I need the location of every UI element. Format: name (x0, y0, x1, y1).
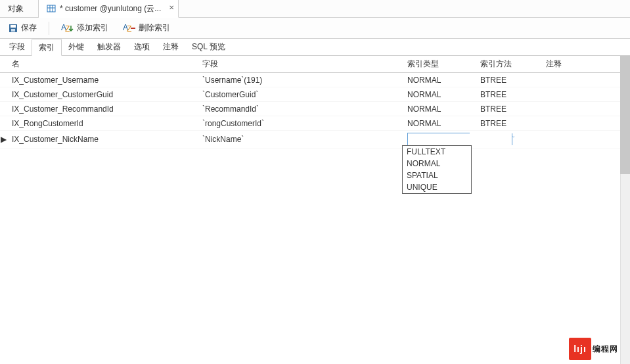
table-row[interactable]: IX_Customer_Username`Username`(191)NORMA… (0, 73, 620, 87)
scrollbar[interactable] (620, 56, 630, 364)
index-grid[interactable]: 名 字段 索引类型 索引方法 注释 IX_Customer_Username`U… (0, 56, 620, 148)
watermark-logo: lıjı (569, 338, 591, 360)
col-method[interactable]: 索引方法 (475, 56, 541, 73)
table-row[interactable]: IX_Customer_RecommandId`RecommandId`NORM… (0, 102, 620, 116)
table-icon (47, 4, 56, 13)
subtabs: 字段 索引 外键 触发器 选项 注释 SQL 预览 (0, 39, 630, 56)
tab-indexes[interactable]: 索引 (32, 39, 62, 56)
grid-area: 名 字段 索引类型 索引方法 注释 IX_Customer_Username`U… (0, 56, 630, 364)
chevron-down-icon[interactable]: ˇ (512, 133, 514, 145)
watermark-text: 编程网 (593, 344, 618, 355)
close-icon[interactable]: ✕ (169, 4, 174, 11)
save-icon (8, 23, 18, 34)
table-row[interactable]: IX_Customer_CustomerGuid`CustomerGuid`NO… (0, 87, 620, 102)
tab-fields[interactable]: 字段 (3, 39, 32, 55)
cell-fields[interactable]: `CustomerGuid` (197, 87, 402, 102)
add-index-label: 添加索引 (77, 22, 108, 34)
scroll-thumb[interactable] (620, 56, 630, 174)
add-index-icon: AZ (61, 24, 74, 33)
cell-name[interactable]: IX_Customer_CustomerGuid (7, 87, 197, 102)
cell-comment[interactable] (541, 73, 620, 87)
tab-fk[interactable]: 外键 (62, 39, 91, 55)
index-type-input[interactable] (408, 133, 512, 145)
cell-method[interactable]: BTREE (475, 87, 541, 102)
editor-tabs: 对象 * customer @yunlutong (云... ✕ (0, 0, 630, 18)
svg-text:Z: Z (65, 24, 70, 33)
table-row[interactable]: IX_RongCustomerId`rongCustomerId`NORMALB… (0, 116, 620, 131)
cell-fields[interactable]: `RecommandId` (197, 102, 402, 116)
col-name[interactable]: 名 (7, 56, 197, 73)
cell-comment[interactable] (541, 102, 620, 116)
tab-comments[interactable]: 注释 (156, 39, 185, 55)
col-fields[interactable]: 字段 (197, 56, 402, 73)
cell-method[interactable]: BTREE (475, 73, 541, 87)
delete-index-icon: AZ (123, 24, 136, 33)
tab-label: 对象 (8, 3, 24, 14)
dropdown-option[interactable]: NORMAL (403, 158, 471, 170)
dropdown-option[interactable]: SPATIAL (403, 170, 471, 181)
cell-type[interactable]: NORMAL (402, 73, 475, 87)
delete-index-button[interactable]: AZ 删除索引 (120, 21, 173, 35)
tab-options[interactable]: 选项 (127, 39, 156, 55)
index-type-combo[interactable]: ˇ (407, 133, 470, 146)
tab-label: * customer @yunlutong (云... (60, 3, 161, 14)
tab-sql[interactable]: SQL 预览 (185, 39, 232, 55)
col-comment[interactable]: 注释 (541, 56, 620, 73)
dropdown-option[interactable]: UNIQUE (403, 181, 471, 193)
watermark: lıjı 编程网 (569, 338, 618, 360)
svg-rect-6 (11, 29, 15, 32)
save-label: 保存 (21, 22, 37, 34)
cell-name[interactable]: IX_Customer_RecommandId (7, 102, 197, 116)
cell-name[interactable]: IX_RongCustomerId (7, 116, 197, 131)
cell-type[interactable]: NORMAL (402, 102, 475, 116)
cell-fields[interactable]: `NickName` (197, 131, 402, 148)
cell-comment[interactable] (541, 87, 620, 102)
cell-comment[interactable] (541, 116, 620, 131)
cell-comment[interactable] (541, 131, 620, 148)
cell-type[interactable]: NORMAL (402, 87, 475, 102)
svg-rect-5 (11, 25, 16, 28)
dropdown-option[interactable]: FULLTEXT (403, 146, 471, 158)
tab-objects[interactable]: 对象 (0, 0, 39, 17)
cell-type[interactable]: NORMAL (402, 116, 475, 131)
save-button[interactable]: 保存 (5, 21, 39, 35)
delete-index-label: 删除索引 (139, 22, 170, 34)
row-marker: ▶ (0, 131, 7, 148)
table-row[interactable]: ▶IX_Customer_NickName`NickName`ˇ (0, 131, 620, 148)
cell-method[interactable]: BTREE (475, 102, 541, 116)
cell-fields[interactable]: `rongCustomerId` (197, 116, 402, 131)
col-type[interactable]: 索引类型 (402, 56, 475, 73)
add-index-button[interactable]: AZ 添加索引 (58, 21, 111, 35)
toolbar: 保存 AZ 添加索引 AZ 删除索引 (0, 18, 630, 39)
svg-rect-0 (47, 5, 55, 12)
cell-name[interactable]: IX_Customer_Username (7, 73, 197, 87)
tab-triggers[interactable]: 触发器 (91, 39, 127, 55)
cell-method[interactable]: BTREE (475, 116, 541, 131)
cell-name[interactable]: IX_Customer_NickName (7, 131, 197, 148)
cell-fields[interactable]: `Username`(191) (197, 73, 402, 87)
index-type-dropdown[interactable]: FULLTEXTNORMALSPATIALUNIQUE (402, 145, 472, 194)
tab-customer[interactable]: * customer @yunlutong (云... ✕ (39, 0, 179, 18)
